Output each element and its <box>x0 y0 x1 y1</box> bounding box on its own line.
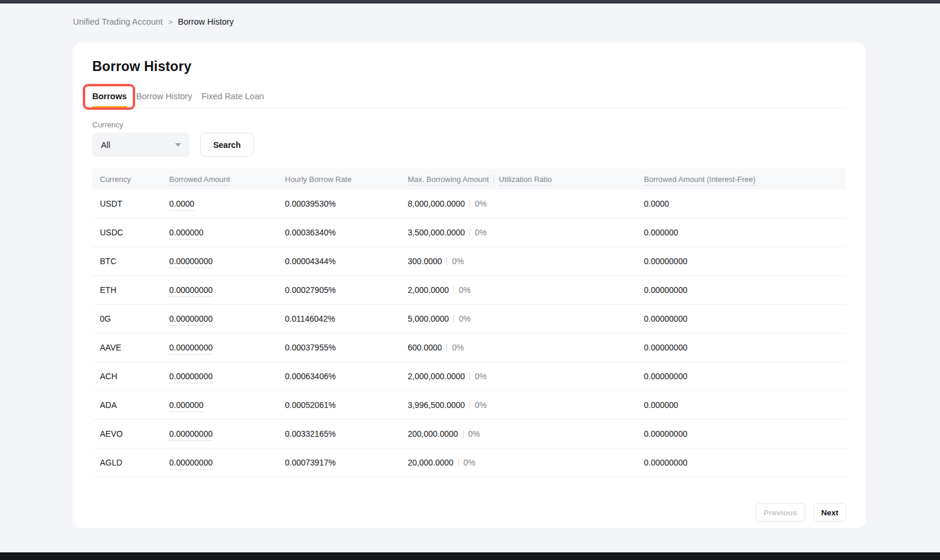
window-bottom-bar <box>0 552 940 560</box>
cell-borrowed-amount[interactable]: 0.00000000 <box>169 429 285 438</box>
cell-currency: ACH <box>100 372 169 381</box>
cell-borrowed-interest-free: 0.000000 <box>644 400 846 410</box>
cell-hourly-borrow-rate: 0.00027905% <box>285 285 408 295</box>
cell-borrowed-interest-free: 0.0000 <box>644 199 846 208</box>
cell-hourly-borrow-rate: 0.00052061% <box>285 400 408 410</box>
previous-page-button[interactable]: Previous <box>756 503 805 522</box>
active-tab-underline <box>92 106 127 108</box>
cell-currency: 0G <box>100 314 169 323</box>
cell-currency: AGLD <box>100 458 169 467</box>
table-row[interactable]: AGLD 0.00000000 0.00073917% 20,000.00000… <box>92 448 846 477</box>
cell-borrowed-interest-free: 0.00000000 <box>644 285 846 295</box>
cell-max-borrowing-utilization: 3,500,000.00000% <box>408 228 644 237</box>
cell-currency: ADA <box>100 400 169 410</box>
next-page-button[interactable]: Next <box>813 503 847 522</box>
cell-max-borrowing-utilization: 600.00000% <box>408 343 644 352</box>
cell-borrowed-interest-free: 0.00000000 <box>644 458 846 467</box>
table-body: USDT 0.0000 0.00039530% 8,000,000.00000%… <box>92 190 846 477</box>
cell-max-borrowing-utilization: 8,000,000.00000% <box>408 199 644 208</box>
chevron-down-icon <box>175 143 181 147</box>
header-hourly-borrow-rate: Hourly Borrow Rate <box>285 175 408 184</box>
tab-borrows[interactable]: Borrows <box>92 89 127 108</box>
cell-hourly-borrow-rate: 0.00063406% <box>285 372 408 381</box>
cell-borrowed-amount[interactable]: 0.00000000 <box>169 372 285 381</box>
table-row[interactable]: ETH 0.00000000 0.00027905% 2,000.00000% … <box>92 276 846 305</box>
table-row[interactable]: ACH 0.00000000 0.00063406% 2,000,000.000… <box>92 362 846 391</box>
cell-borrowed-amount[interactable]: 0.00000000 <box>169 343 285 352</box>
borrows-table: Currency Borrowed Amount Hourly Borrow R… <box>92 168 846 477</box>
cell-borrowed-amount[interactable]: 0.00000000 <box>169 458 285 467</box>
filter-row: All Search <box>92 133 847 157</box>
pagination: Previous Next <box>92 503 847 522</box>
cell-currency: AAVE <box>100 343 169 352</box>
tab-borrow-history-label: Borrow History <box>136 92 192 101</box>
cell-borrowed-amount[interactable]: 0.0000 <box>169 199 285 208</box>
cell-max-borrowing-utilization: 2,000,000.00000% <box>408 372 644 381</box>
cell-borrowed-interest-free: 0.00000000 <box>644 314 846 323</box>
cell-currency: USDC <box>100 228 169 237</box>
cell-borrowed-interest-free: 0.00000000 <box>644 257 846 266</box>
table-row[interactable]: AEVO 0.00000000 0.00332165% 200,000.0000… <box>92 420 846 448</box>
cell-borrowed-amount[interactable]: 0.000000 <box>169 400 285 410</box>
table-row[interactable]: USDT 0.0000 0.00039530% 8,000,000.00000%… <box>92 190 846 218</box>
cell-borrowed-interest-free: 0.000000 <box>644 228 846 237</box>
header-currency: Currency <box>100 175 169 184</box>
cell-currency: ETH <box>100 285 169 295</box>
cell-borrowed-amount[interactable]: 0.00000000 <box>169 285 285 295</box>
cell-max-borrowing-utilization: 300.00000% <box>408 257 644 266</box>
window-top-strip <box>0 0 940 4</box>
cell-max-borrowing-utilization: 200,000.00000% <box>408 429 644 438</box>
cell-hourly-borrow-rate: 0.00004344% <box>285 257 408 266</box>
table-row[interactable]: ADA 0.000000 0.00052061% 3,996,500.00000… <box>92 391 846 420</box>
cell-hourly-borrow-rate: 0.01146042% <box>285 314 408 323</box>
cell-hourly-borrow-rate: 0.00332165% <box>285 429 408 438</box>
cell-borrowed-interest-free: 0.00000000 <box>644 429 846 438</box>
page-title: Borrow History <box>92 59 847 75</box>
breadcrumb-separator-icon: > <box>168 18 173 26</box>
table-row[interactable]: BTC 0.00000000 0.00004344% 300.00000% 0.… <box>92 247 846 276</box>
tab-fixed-rate-loan-label: Fixed Rate Loan <box>202 92 264 101</box>
currency-filter-label: Currency <box>92 120 847 129</box>
header-max-borrowing-utilization[interactable]: Max. Borrowing AmountUtilization Ratio <box>408 175 644 184</box>
breadcrumb-current: Borrow History <box>178 17 234 26</box>
cell-max-borrowing-utilization: 3,996,500.00000% <box>408 400 644 410</box>
cell-max-borrowing-utilization: 20,000.00000% <box>408 458 644 467</box>
cell-currency: AEVO <box>100 429 169 438</box>
header-borrowed-amount[interactable]: Borrowed Amount <box>169 175 285 184</box>
tab-borrow-history[interactable]: Borrow History <box>136 89 192 108</box>
borrow-history-card: Borrow History Borrows Borrow History Fi… <box>73 42 866 528</box>
cell-borrowed-amount[interactable]: 0.000000 <box>169 228 285 237</box>
cell-borrowed-amount[interactable]: 0.00000000 <box>169 314 285 323</box>
cell-hourly-borrow-rate: 0.00036340% <box>285 228 408 237</box>
cell-hourly-borrow-rate: 0.00073917% <box>285 458 408 467</box>
header-borrowed-interest-free[interactable]: Borrowed Amount (Interest-Free) <box>644 175 846 184</box>
cell-max-borrowing-utilization: 5,000.00000% <box>408 314 644 323</box>
table-row[interactable]: AAVE 0.00000000 0.00037955% 600.00000% 0… <box>92 333 846 362</box>
cell-hourly-borrow-rate: 0.00037955% <box>285 343 408 352</box>
tab-fixed-rate-loan[interactable]: Fixed Rate Loan <box>202 89 264 108</box>
cell-max-borrowing-utilization: 2,000.00000% <box>408 285 644 295</box>
currency-dropdown[interactable]: All <box>92 133 190 157</box>
table-header-row: Currency Borrowed Amount Hourly Borrow R… <box>92 168 846 190</box>
cell-borrowed-interest-free: 0.00000000 <box>644 343 846 352</box>
breadcrumb: Unified Trading Account > Borrow History <box>73 17 234 26</box>
tabs: Borrows Borrow History Fixed Rate Loan <box>92 89 847 109</box>
cell-currency: USDT <box>100 199 169 208</box>
table-row[interactable]: 0G 0.00000000 0.01146042% 5,000.00000% 0… <box>92 305 846 333</box>
cell-borrowed-amount[interactable]: 0.00000000 <box>169 257 285 266</box>
cell-borrowed-interest-free: 0.00000000 <box>644 372 846 381</box>
currency-dropdown-value: All <box>101 140 110 150</box>
breadcrumb-parent-link[interactable]: Unified Trading Account <box>73 17 163 26</box>
table-row[interactable]: USDC 0.000000 0.00036340% 3,500,000.0000… <box>92 218 846 247</box>
search-button[interactable]: Search <box>200 133 254 157</box>
cell-hourly-borrow-rate: 0.00039530% <box>285 199 408 208</box>
cell-currency: BTC <box>100 257 169 266</box>
tab-borrows-label: Borrows <box>92 92 127 101</box>
